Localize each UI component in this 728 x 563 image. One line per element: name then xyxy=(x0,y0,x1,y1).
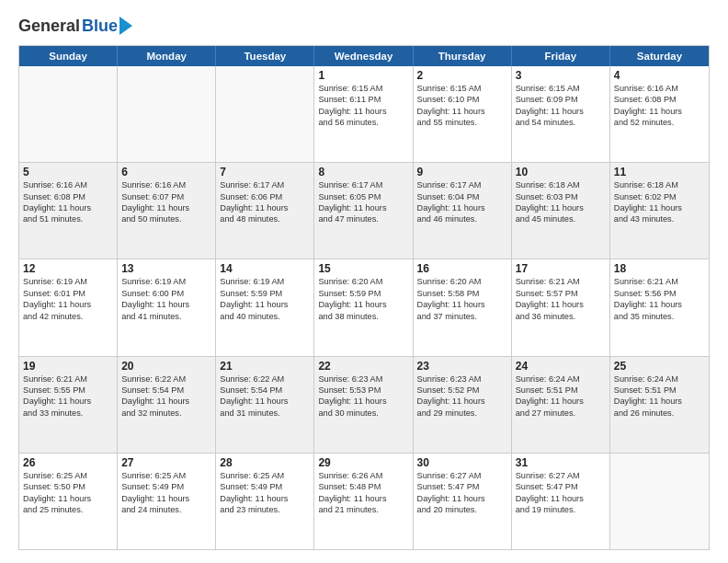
calendar-row: 19Sunrise: 6:21 AM Sunset: 5:55 PM Dayli… xyxy=(19,356,709,453)
page: General Blue SundayMondayTuesdayWednesda… xyxy=(0,0,728,563)
weekday-header: Thursday xyxy=(414,46,512,66)
cell-info: Sunrise: 6:16 AM Sunset: 6:08 PM Dayligh… xyxy=(614,83,705,129)
day-number: 22 xyxy=(318,360,408,373)
cell-info: Sunrise: 6:19 AM Sunset: 6:00 PM Dayligh… xyxy=(121,276,211,322)
cell-info: Sunrise: 6:16 AM Sunset: 6:08 PM Dayligh… xyxy=(23,179,113,225)
cell-info: Sunrise: 6:25 AM Sunset: 5:49 PM Dayligh… xyxy=(220,470,310,516)
day-number: 8 xyxy=(318,166,408,178)
cell-info: Sunrise: 6:17 AM Sunset: 6:04 PM Dayligh… xyxy=(417,179,507,225)
cell-info: Sunrise: 6:24 AM Sunset: 5:51 PM Dayligh… xyxy=(516,373,606,419)
day-number: 16 xyxy=(417,262,507,275)
cell-info: Sunrise: 6:17 AM Sunset: 6:05 PM Dayligh… xyxy=(318,179,408,225)
day-number: 23 xyxy=(417,360,507,373)
calendar-cell: 25Sunrise: 6:24 AM Sunset: 5:51 PM Dayli… xyxy=(610,357,709,453)
calendar-cell xyxy=(118,66,216,162)
calendar-cell: 27Sunrise: 6:25 AM Sunset: 5:49 PM Dayli… xyxy=(118,454,216,549)
calendar-cell: 15Sunrise: 6:20 AM Sunset: 5:59 PM Dayli… xyxy=(314,259,413,355)
day-number: 18 xyxy=(614,262,705,275)
cell-info: Sunrise: 6:15 AM Sunset: 6:09 PM Dayligh… xyxy=(516,83,606,129)
calendar-cell: 20Sunrise: 6:22 AM Sunset: 5:54 PM Dayli… xyxy=(118,357,216,453)
calendar-cell: 8Sunrise: 6:17 AM Sunset: 6:05 PM Daylig… xyxy=(314,163,413,259)
cell-info: Sunrise: 6:16 AM Sunset: 6:07 PM Dayligh… xyxy=(121,179,211,225)
cell-info: Sunrise: 6:24 AM Sunset: 5:51 PM Dayligh… xyxy=(614,373,705,419)
cell-info: Sunrise: 6:25 AM Sunset: 5:50 PM Dayligh… xyxy=(23,470,113,516)
header: General Blue xyxy=(18,17,710,36)
calendar-cell: 11Sunrise: 6:18 AM Sunset: 6:02 PM Dayli… xyxy=(610,163,709,259)
day-number: 28 xyxy=(220,456,310,469)
calendar-cell: 21Sunrise: 6:22 AM Sunset: 5:54 PM Dayli… xyxy=(216,357,314,453)
calendar-row: 12Sunrise: 6:19 AM Sunset: 6:01 PM Dayli… xyxy=(19,259,709,355)
calendar-header: SundayMondayTuesdayWednesdayThursdayFrid… xyxy=(19,46,709,66)
cell-info: Sunrise: 6:23 AM Sunset: 5:53 PM Dayligh… xyxy=(318,373,408,419)
calendar-cell: 26Sunrise: 6:25 AM Sunset: 5:50 PM Dayli… xyxy=(19,454,118,549)
day-number: 9 xyxy=(417,166,507,178)
day-number: 29 xyxy=(318,456,408,469)
day-number: 25 xyxy=(614,360,705,373)
weekday-header: Saturday xyxy=(610,46,709,66)
calendar-cell: 14Sunrise: 6:19 AM Sunset: 5:59 PM Dayli… xyxy=(216,259,314,355)
day-number: 14 xyxy=(220,262,310,275)
calendar-cell: 4Sunrise: 6:16 AM Sunset: 6:08 PM Daylig… xyxy=(610,66,709,162)
logo-arrow-icon xyxy=(119,17,132,35)
logo-blue-text: Blue xyxy=(82,17,118,36)
calendar-body: 1Sunrise: 6:15 AM Sunset: 6:11 PM Daylig… xyxy=(19,66,709,549)
calendar-cell: 7Sunrise: 6:17 AM Sunset: 6:06 PM Daylig… xyxy=(216,163,314,259)
cell-info: Sunrise: 6:26 AM Sunset: 5:48 PM Dayligh… xyxy=(318,470,408,516)
calendar-cell: 5Sunrise: 6:16 AM Sunset: 6:08 PM Daylig… xyxy=(19,163,118,259)
calendar-row: 5Sunrise: 6:16 AM Sunset: 6:08 PM Daylig… xyxy=(19,162,709,259)
weekday-header: Tuesday xyxy=(216,46,314,66)
day-number: 10 xyxy=(516,166,606,178)
cell-info: Sunrise: 6:15 AM Sunset: 6:11 PM Dayligh… xyxy=(318,83,408,129)
calendar-cell: 18Sunrise: 6:21 AM Sunset: 5:56 PM Dayli… xyxy=(610,259,709,355)
calendar-cell: 31Sunrise: 6:27 AM Sunset: 5:47 PM Dayli… xyxy=(512,454,610,549)
day-number: 15 xyxy=(318,262,408,275)
calendar-cell: 30Sunrise: 6:27 AM Sunset: 5:47 PM Dayli… xyxy=(414,454,512,549)
day-number: 3 xyxy=(516,69,606,82)
calendar-cell: 13Sunrise: 6:19 AM Sunset: 6:00 PM Dayli… xyxy=(118,259,216,355)
calendar-cell: 29Sunrise: 6:26 AM Sunset: 5:48 PM Dayli… xyxy=(314,454,413,549)
day-number: 17 xyxy=(516,262,606,275)
calendar-cell xyxy=(19,66,118,162)
day-number: 19 xyxy=(23,360,113,373)
day-number: 5 xyxy=(23,166,113,178)
calendar-cell: 1Sunrise: 6:15 AM Sunset: 6:11 PM Daylig… xyxy=(314,66,413,162)
calendar-cell: 24Sunrise: 6:24 AM Sunset: 5:51 PM Dayli… xyxy=(512,357,610,453)
day-number: 24 xyxy=(516,360,606,373)
day-number: 1 xyxy=(318,69,408,82)
calendar-cell: 19Sunrise: 6:21 AM Sunset: 5:55 PM Dayli… xyxy=(19,357,118,453)
calendar-cell: 12Sunrise: 6:19 AM Sunset: 6:01 PM Dayli… xyxy=(19,259,118,355)
day-number: 13 xyxy=(121,262,211,275)
cell-info: Sunrise: 6:21 AM Sunset: 5:57 PM Dayligh… xyxy=(516,276,606,322)
logo: General Blue xyxy=(18,17,132,36)
calendar-cell: 16Sunrise: 6:20 AM Sunset: 5:58 PM Dayli… xyxy=(414,259,512,355)
logo-general-text: General xyxy=(18,17,80,36)
day-number: 12 xyxy=(23,262,113,275)
cell-info: Sunrise: 6:15 AM Sunset: 6:10 PM Dayligh… xyxy=(417,83,507,129)
weekday-header: Monday xyxy=(118,46,216,66)
weekday-header: Friday xyxy=(512,46,610,66)
cell-info: Sunrise: 6:21 AM Sunset: 5:55 PM Dayligh… xyxy=(23,373,113,419)
day-number: 31 xyxy=(516,456,606,469)
calendar-cell xyxy=(610,454,709,549)
calendar-cell: 28Sunrise: 6:25 AM Sunset: 5:49 PM Dayli… xyxy=(216,454,314,549)
calendar-cell: 17Sunrise: 6:21 AM Sunset: 5:57 PM Dayli… xyxy=(512,259,610,355)
cell-info: Sunrise: 6:22 AM Sunset: 5:54 PM Dayligh… xyxy=(121,373,211,419)
day-number: 6 xyxy=(121,166,211,178)
calendar-cell: 2Sunrise: 6:15 AM Sunset: 6:10 PM Daylig… xyxy=(414,66,512,162)
day-number: 30 xyxy=(417,456,507,469)
calendar-row: 1Sunrise: 6:15 AM Sunset: 6:11 PM Daylig… xyxy=(19,66,709,162)
cell-info: Sunrise: 6:17 AM Sunset: 6:06 PM Dayligh… xyxy=(220,179,310,225)
calendar-cell: 10Sunrise: 6:18 AM Sunset: 6:03 PM Dayli… xyxy=(512,163,610,259)
cell-info: Sunrise: 6:23 AM Sunset: 5:52 PM Dayligh… xyxy=(417,373,507,419)
calendar-cell: 23Sunrise: 6:23 AM Sunset: 5:52 PM Dayli… xyxy=(414,357,512,453)
cell-info: Sunrise: 6:18 AM Sunset: 6:03 PM Dayligh… xyxy=(516,179,606,225)
day-number: 21 xyxy=(220,360,310,373)
cell-info: Sunrise: 6:19 AM Sunset: 6:01 PM Dayligh… xyxy=(23,276,113,322)
day-number: 27 xyxy=(121,456,211,469)
day-number: 20 xyxy=(121,360,211,373)
cell-info: Sunrise: 6:22 AM Sunset: 5:54 PM Dayligh… xyxy=(220,373,310,419)
day-number: 7 xyxy=(220,166,310,178)
calendar: SundayMondayTuesdayWednesdayThursdayFrid… xyxy=(18,45,710,550)
calendar-row: 26Sunrise: 6:25 AM Sunset: 5:50 PM Dayli… xyxy=(19,453,709,549)
cell-info: Sunrise: 6:20 AM Sunset: 5:58 PM Dayligh… xyxy=(417,276,507,322)
